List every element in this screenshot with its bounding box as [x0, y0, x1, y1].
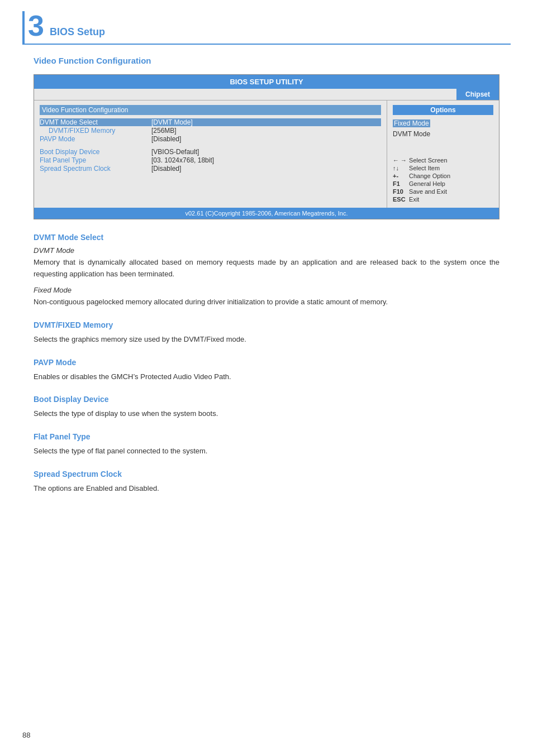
- config-name-pavp-mode: PAVP Mode: [40, 135, 151, 143]
- dvmt-fixed-section-title: DVMT/FIXED Memory: [34, 320, 499, 329]
- config-header: Video Function Configuration: [40, 105, 381, 115]
- pavp-section-title: PAVP Mode: [34, 358, 499, 367]
- fixed-mode-label: Fixed Mode: [34, 286, 499, 294]
- options-label: Options: [393, 105, 493, 115]
- header-title: BIOS Setup: [50, 26, 105, 40]
- section-title: Video Function Configuration: [34, 56, 499, 65]
- key-row-f10: F10 Save and Exit: [393, 188, 453, 195]
- options-list: Fixed Mode DVMT Mode: [393, 118, 493, 140]
- config-item-spread-spectrum[interactable]: Spread Spectrum Clock [Disabled]: [40, 165, 381, 173]
- chipset-label: Chipset: [456, 89, 499, 100]
- page-header: 3 BIOS Setup: [22, 11, 511, 45]
- bios-footer: v02.61 (C)Copyright 1985-2006, American …: [34, 208, 499, 219]
- bios-utility-title: BIOS SETUP UTILITY: [34, 75, 499, 89]
- config-value-dvmt-mode-select: [DVMT Mode]: [151, 118, 193, 126]
- option-dvmt-mode-text: DVMT Mode: [393, 130, 430, 138]
- bios-setup-utility-box: BIOS SETUP UTILITY Chipset Video Functio…: [34, 74, 499, 219]
- config-item-dvmt-mode-select[interactable]: DVMT Mode Select [DVMT Mode]: [40, 118, 381, 126]
- config-value-flat-panel: [03. 1024x768, 18bit]: [151, 156, 214, 164]
- key-label-f1: General Help: [409, 180, 453, 188]
- page-number: 88: [22, 731, 30, 739]
- config-value-spread-spectrum: [Disabled]: [151, 165, 181, 173]
- dvmt-mode-body: Memory that is dynamically allocated bas…: [34, 257, 499, 280]
- config-value-boot-display: [VBIOS-Default]: [151, 148, 199, 156]
- dvmt-mode-label: DVMT Mode: [34, 246, 499, 255]
- config-name-boot-display: Boot Display Device: [40, 148, 151, 156]
- config-value-dvmt-fixed-memory: [256MB]: [151, 127, 177, 135]
- config-value-pavp-mode: [Disabled]: [151, 135, 181, 143]
- key-sym-ud: ↑↓: [393, 164, 409, 172]
- option-fixed-mode-text: Fixed Mode: [393, 119, 430, 127]
- flat-panel-section-title: Flat Panel Type: [34, 432, 499, 441]
- config-item-boot-display[interactable]: Boot Display Device [VBIOS-Default]: [40, 148, 381, 156]
- chipset-row: Chipset: [34, 89, 499, 101]
- key-label-f10: Save and Exit: [409, 188, 453, 195]
- bios-main-area: Video Function Configuration DVMT Mode S…: [34, 101, 499, 208]
- dvmt-mode-section-title: DVMT Mode Select: [34, 233, 499, 242]
- key-label-esc: Exit: [409, 195, 453, 203]
- key-label-lr: Select Screen: [409, 156, 453, 164]
- boot-display-body: Selects the type of display to use when …: [34, 408, 499, 420]
- key-row-f1: F1 General Help: [393, 180, 453, 188]
- key-row-ud: ↑↓ Select Item: [393, 164, 453, 172]
- spread-spectrum-section-title: Spread Spectrum Clock: [34, 470, 499, 479]
- key-sym-pm: +-: [393, 172, 409, 180]
- key-sym-esc: ESC: [393, 195, 409, 203]
- config-item-dvmt-fixed-memory[interactable]: DVMT/FIXED Memory [256MB]: [40, 127, 381, 135]
- spread-spectrum-body: The options are Enabled and Disabled.: [34, 483, 499, 495]
- key-row-esc: ESC Exit: [393, 195, 453, 203]
- key-row-pm: +- Change Option: [393, 172, 453, 180]
- key-label-ud: Select Item: [409, 164, 453, 172]
- key-sym-f1: F1: [393, 180, 409, 188]
- config-name-flat-panel: Flat Panel Type: [40, 156, 151, 164]
- key-row-lr: ← → Select Screen: [393, 156, 453, 164]
- boot-display-section-title: Boot Display Device: [34, 395, 499, 404]
- config-name-dvmt-mode-select: DVMT Mode Select: [40, 118, 151, 126]
- config-item-pavp-mode[interactable]: PAVP Mode [Disabled]: [40, 135, 381, 143]
- config-name-spread-spectrum: Spread Spectrum Clock: [40, 165, 151, 173]
- config-name-dvmt-fixed-memory: DVMT/FIXED Memory: [40, 127, 151, 135]
- config-item-flat-panel[interactable]: Flat Panel Type [03. 1024x768, 18bit]: [40, 156, 381, 164]
- pavp-body: Enables or disables the GMCH’s Protected…: [34, 371, 499, 383]
- option-fixed-mode[interactable]: Fixed Mode: [393, 118, 493, 129]
- option-dvmt-mode[interactable]: DVMT Mode: [393, 129, 493, 140]
- flat-panel-body: Selects the type of flat panel connected…: [34, 446, 499, 457]
- bios-config-area: Video Function Configuration DVMT Mode S…: [34, 101, 387, 208]
- chapter-number: 3: [25, 11, 44, 40]
- key-sym-f10: F10: [393, 188, 409, 195]
- fixed-mode-body: Non-contiguous pagelocked memory allocat…: [34, 296, 499, 308]
- key-label-pm: Change Option: [409, 172, 453, 180]
- key-sym-lr: ← →: [393, 156, 409, 164]
- key-legend: ← → Select Screen ↑↓ Select Item +- Chan…: [393, 140, 493, 203]
- dvmt-fixed-body: Selects the graphics memory size used by…: [34, 334, 499, 346]
- bios-options-area: Options Fixed Mode DVMT Mode ← →: [387, 101, 499, 208]
